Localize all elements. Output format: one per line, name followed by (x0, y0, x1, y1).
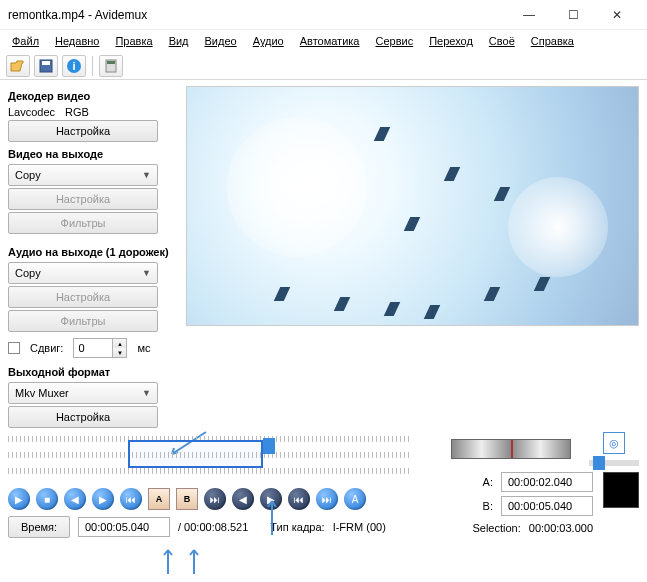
menu-auto[interactable]: Автоматика (294, 33, 366, 49)
next-keyframe-button[interactable]: ⏭ (204, 488, 226, 510)
prev-black-button[interactable]: ◀ (232, 488, 254, 510)
prev-frame-button[interactable]: ◀ (64, 488, 86, 510)
time-field[interactable]: 00:00:05.040 (78, 517, 170, 537)
goto-a-button[interactable]: A (344, 488, 366, 510)
offset-checkbox[interactable] (8, 342, 20, 354)
chevron-down-icon: ▼ (142, 388, 151, 398)
timeline[interactable] (8, 436, 409, 482)
maximize-button[interactable]: ☐ (551, 1, 595, 29)
time-label-button[interactable]: Время: (8, 516, 70, 538)
chevron-down-icon: ▼ (142, 268, 151, 278)
marker-b-label: B: (479, 500, 493, 512)
menu-recent[interactable]: Недавно (49, 33, 105, 49)
audio-out-settings-button[interactable]: Настройка (8, 286, 158, 308)
color-swatch (603, 472, 639, 508)
menu-service[interactable]: Сервис (369, 33, 419, 49)
toolbar: i (0, 52, 647, 80)
open-button[interactable] (6, 55, 30, 77)
jog-wheel[interactable] (451, 439, 571, 459)
save-button[interactable] (34, 55, 58, 77)
menu-help[interactable]: Справка (525, 33, 580, 49)
close-button[interactable]: ✕ (595, 1, 639, 29)
selection-value: 00:00:03.000 (529, 522, 593, 534)
zoom-slider[interactable] (589, 460, 639, 466)
video-out-select[interactable]: Copy ▼ (8, 164, 158, 186)
audio-out-section-label: Аудио на выходе (1 дорожек) (8, 246, 178, 258)
selection-label: Selection: (472, 522, 520, 534)
out-format-section-label: Выходной формат (8, 366, 178, 378)
audio-out-value: Copy (15, 267, 41, 279)
menu-view[interactable]: Вид (163, 33, 195, 49)
playhead[interactable] (263, 438, 275, 454)
video-out-value: Copy (15, 169, 41, 181)
video-preview (186, 86, 639, 326)
set-marker-b-button[interactable]: B (176, 488, 198, 510)
menu-file[interactable]: Файл (6, 33, 45, 49)
menu-own[interactable]: Своё (483, 33, 521, 49)
decoder-colorspace: RGB (65, 106, 89, 118)
svg-rect-5 (107, 61, 115, 64)
next-frame-button[interactable]: ▶ (92, 488, 114, 510)
offset-spinner[interactable]: ▲▼ (73, 338, 127, 358)
marker-a-field[interactable]: 00:00:02.040 (501, 472, 593, 492)
menu-audio[interactable]: Аудио (247, 33, 290, 49)
decoder-codec: Lavcodec (8, 106, 55, 118)
zoom-fit-button[interactable]: ◎ (603, 432, 625, 454)
audio-out-select[interactable]: Copy ▼ (8, 262, 158, 284)
video-out-section-label: Видео на выходе (8, 148, 178, 160)
selection-range[interactable] (128, 440, 263, 468)
svg-text:i: i (72, 60, 75, 72)
menu-go[interactable]: Переход (423, 33, 479, 49)
decoder-settings-button[interactable]: Настройка (8, 120, 158, 142)
stop-button[interactable]: ■ (36, 488, 58, 510)
frame-type-value: I-FRM (00) (333, 521, 386, 533)
info-button[interactable]: i (62, 55, 86, 77)
marker-b-field[interactable]: 00:00:05.040 (501, 496, 593, 516)
minimize-button[interactable]: — (507, 1, 551, 29)
window-title: remontka.mp4 - Avidemux (8, 8, 507, 22)
marker-a-label: A: (479, 476, 493, 488)
menu-bar: Файл Недавно Правка Вид Видео Аудио Авто… (0, 30, 647, 52)
offset-input[interactable] (73, 338, 113, 358)
audio-out-filters-button[interactable]: Фильтры (8, 310, 158, 332)
out-format-settings-button[interactable]: Настройка (8, 406, 158, 428)
menu-video[interactable]: Видео (199, 33, 243, 49)
video-out-settings-button[interactable]: Настройка (8, 188, 158, 210)
svg-rect-1 (42, 61, 50, 65)
offset-unit: мс (137, 342, 150, 354)
prev-keyframe-button[interactable]: ⏮ (120, 488, 142, 510)
out-format-select[interactable]: Mkv Muxer ▼ (8, 382, 158, 404)
decoder-section-label: Декодер видео (8, 90, 178, 102)
duration-text: / 00:00:08.521 (178, 521, 248, 533)
menu-edit[interactable]: Правка (109, 33, 158, 49)
offset-label: Сдвиг: (30, 342, 63, 354)
set-marker-a-button[interactable]: A (148, 488, 170, 510)
calculator-button[interactable] (99, 55, 123, 77)
last-frame-button[interactable]: ⏭ (316, 488, 338, 510)
out-format-value: Mkv Muxer (15, 387, 69, 399)
first-frame-button[interactable]: ⏮ (288, 488, 310, 510)
video-out-filters-button[interactable]: Фильтры (8, 212, 158, 234)
play-button[interactable]: ▶ (8, 488, 30, 510)
chevron-down-icon: ▼ (142, 170, 151, 180)
